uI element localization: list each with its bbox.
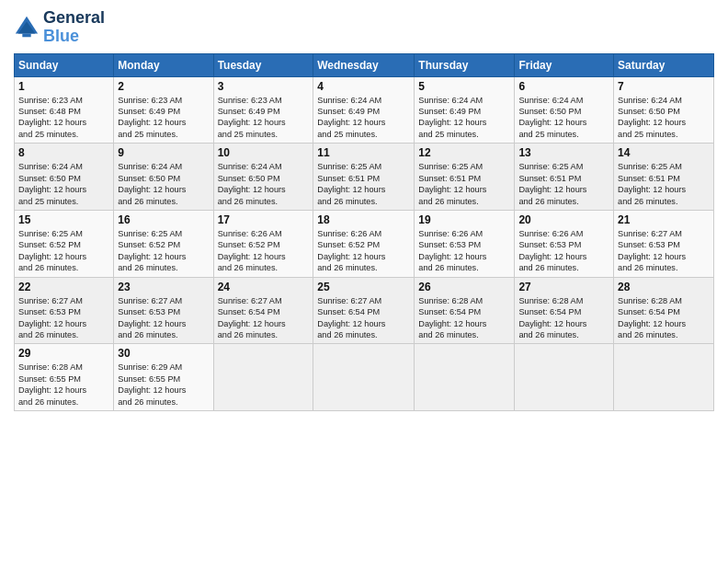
day-info: Sunrise: 6:24 AM Sunset: 6:50 PM Dayligh…: [18, 161, 109, 207]
calendar-cell: 16Sunrise: 6:25 AM Sunset: 6:52 PM Dayli…: [114, 210, 213, 277]
week-row-4: 22Sunrise: 6:27 AM Sunset: 6:53 PM Dayli…: [15, 277, 714, 344]
calendar-cell: [415, 344, 515, 411]
week-row-2: 8Sunrise: 6:24 AM Sunset: 6:50 PM Daylig…: [15, 144, 714, 211]
day-number: 22: [18, 281, 109, 293]
calendar-cell: 12Sunrise: 6:25 AM Sunset: 6:51 PM Dayli…: [415, 144, 515, 211]
day-number: 17: [218, 213, 310, 226]
day-number: 15: [18, 213, 109, 226]
calendar-cell: [313, 344, 415, 411]
day-header-saturday: Saturday: [614, 53, 714, 76]
day-info: Sunrise: 6:25 AM Sunset: 6:51 PM Dayligh…: [618, 161, 710, 207]
calendar-cell: 6Sunrise: 6:24 AM Sunset: 6:50 PM Daylig…: [515, 76, 614, 144]
calendar-cell: [614, 344, 714, 411]
day-header-monday: Monday: [114, 53, 213, 76]
day-header-wednesday: Wednesday: [313, 53, 415, 76]
day-info: Sunrise: 6:23 AM Sunset: 6:48 PM Dayligh…: [18, 95, 109, 141]
day-info: Sunrise: 6:26 AM Sunset: 6:53 PM Dayligh…: [518, 228, 609, 274]
calendar-cell: 3Sunrise: 6:23 AM Sunset: 6:49 PM Daylig…: [213, 76, 313, 144]
day-number: 25: [317, 281, 410, 293]
calendar-cell: 27Sunrise: 6:28 AM Sunset: 6:54 PM Dayli…: [515, 277, 614, 344]
day-number: 13: [518, 146, 609, 159]
day-header-sunday: Sunday: [15, 53, 114, 76]
day-number: 28: [618, 281, 710, 293]
calendar-cell: 14Sunrise: 6:25 AM Sunset: 6:51 PM Dayli…: [614, 144, 714, 211]
week-row-1: 1Sunrise: 6:23 AM Sunset: 6:48 PM Daylig…: [15, 76, 714, 144]
calendar-cell: 5Sunrise: 6:24 AM Sunset: 6:49 PM Daylig…: [415, 76, 515, 144]
week-row-3: 15Sunrise: 6:25 AM Sunset: 6:52 PM Dayli…: [15, 210, 714, 277]
day-info: Sunrise: 6:27 AM Sunset: 6:54 PM Dayligh…: [218, 295, 310, 341]
day-info: Sunrise: 6:26 AM Sunset: 6:53 PM Dayligh…: [418, 228, 510, 274]
logo-text: General Blue: [43, 9, 105, 46]
calendar-cell: 19Sunrise: 6:26 AM Sunset: 6:53 PM Dayli…: [415, 210, 515, 277]
page: General Blue SundayMondayTuesdayWednesda…: [0, 0, 728, 563]
calendar-cell: 23Sunrise: 6:27 AM Sunset: 6:53 PM Dayli…: [114, 277, 213, 344]
day-info: Sunrise: 6:24 AM Sunset: 6:49 PM Dayligh…: [317, 95, 410, 141]
day-info: Sunrise: 6:25 AM Sunset: 6:51 PM Dayligh…: [518, 161, 609, 207]
day-info: Sunrise: 6:24 AM Sunset: 6:50 PM Dayligh…: [118, 161, 209, 207]
calendar-cell: 11Sunrise: 6:25 AM Sunset: 6:51 PM Dayli…: [313, 144, 415, 211]
day-header-friday: Friday: [515, 53, 614, 76]
day-number: 5: [418, 80, 510, 93]
day-number: 21: [618, 213, 710, 226]
day-info: Sunrise: 6:27 AM Sunset: 6:54 PM Dayligh…: [317, 295, 410, 341]
logo: General Blue: [14, 9, 105, 46]
day-number: 7: [618, 80, 710, 93]
day-header-tuesday: Tuesday: [213, 53, 313, 76]
header: General Blue: [14, 9, 714, 46]
calendar-cell: 21Sunrise: 6:27 AM Sunset: 6:53 PM Dayli…: [614, 210, 714, 277]
day-number: 16: [118, 213, 209, 226]
day-info: Sunrise: 6:24 AM Sunset: 6:50 PM Dayligh…: [618, 95, 710, 141]
day-number: 2: [118, 80, 209, 93]
day-number: 19: [418, 213, 510, 226]
calendar-cell: 29Sunrise: 6:28 AM Sunset: 6:55 PM Dayli…: [15, 344, 114, 411]
header-row: SundayMondayTuesdayWednesdayThursdayFrid…: [15, 53, 714, 76]
day-info: Sunrise: 6:25 AM Sunset: 6:51 PM Dayligh…: [418, 161, 510, 207]
calendar-cell: 8Sunrise: 6:24 AM Sunset: 6:50 PM Daylig…: [15, 144, 114, 211]
day-number: 26: [418, 281, 510, 293]
day-number: 8: [18, 146, 109, 159]
calendar-cell: 1Sunrise: 6:23 AM Sunset: 6:48 PM Daylig…: [15, 76, 114, 144]
day-info: Sunrise: 6:27 AM Sunset: 6:53 PM Dayligh…: [118, 295, 209, 341]
day-info: Sunrise: 6:24 AM Sunset: 6:49 PM Dayligh…: [418, 95, 510, 141]
day-info: Sunrise: 6:25 AM Sunset: 6:52 PM Dayligh…: [18, 228, 109, 274]
day-info: Sunrise: 6:25 AM Sunset: 6:52 PM Dayligh…: [118, 228, 209, 274]
calendar-cell: 28Sunrise: 6:28 AM Sunset: 6:54 PM Dayli…: [614, 277, 714, 344]
calendar-cell: 7Sunrise: 6:24 AM Sunset: 6:50 PM Daylig…: [614, 76, 714, 144]
calendar-cell: [515, 344, 614, 411]
calendar-cell: 20Sunrise: 6:26 AM Sunset: 6:53 PM Dayli…: [515, 210, 614, 277]
day-number: 27: [518, 281, 609, 293]
day-number: 12: [418, 146, 510, 159]
calendar-cell: 30Sunrise: 6:29 AM Sunset: 6:55 PM Dayli…: [114, 344, 213, 411]
day-number: 3: [218, 80, 310, 93]
day-number: 10: [218, 146, 310, 159]
svg-rect-2: [22, 33, 30, 37]
calendar-cell: 17Sunrise: 6:26 AM Sunset: 6:52 PM Dayli…: [213, 210, 313, 277]
day-info: Sunrise: 6:25 AM Sunset: 6:51 PM Dayligh…: [317, 161, 410, 207]
day-info: Sunrise: 6:29 AM Sunset: 6:55 PM Dayligh…: [118, 362, 209, 408]
calendar-cell: 15Sunrise: 6:25 AM Sunset: 6:52 PM Dayli…: [15, 210, 114, 277]
day-number: 24: [218, 281, 310, 293]
day-number: 30: [118, 347, 209, 360]
day-number: 9: [118, 146, 209, 159]
day-info: Sunrise: 6:28 AM Sunset: 6:55 PM Dayligh…: [18, 362, 109, 408]
day-info: Sunrise: 6:28 AM Sunset: 6:54 PM Dayligh…: [418, 295, 510, 341]
calendar-cell: 10Sunrise: 6:24 AM Sunset: 6:50 PM Dayli…: [213, 144, 313, 211]
day-number: 18: [317, 213, 410, 226]
calendar-cell: 18Sunrise: 6:26 AM Sunset: 6:52 PM Dayli…: [313, 210, 415, 277]
day-info: Sunrise: 6:28 AM Sunset: 6:54 PM Dayligh…: [518, 295, 609, 341]
day-number: 6: [518, 80, 609, 93]
day-number: 14: [618, 146, 710, 159]
calendar-cell: 9Sunrise: 6:24 AM Sunset: 6:50 PM Daylig…: [114, 144, 213, 211]
day-info: Sunrise: 6:23 AM Sunset: 6:49 PM Dayligh…: [218, 95, 310, 141]
calendar-cell: 2Sunrise: 6:23 AM Sunset: 6:49 PM Daylig…: [114, 76, 213, 144]
calendar-cell: 25Sunrise: 6:27 AM Sunset: 6:54 PM Dayli…: [313, 277, 415, 344]
day-number: 29: [18, 347, 109, 360]
day-info: Sunrise: 6:27 AM Sunset: 6:53 PM Dayligh…: [18, 295, 109, 341]
day-number: 20: [518, 213, 609, 226]
logo-icon: [14, 15, 40, 40]
day-info: Sunrise: 6:26 AM Sunset: 6:52 PM Dayligh…: [317, 228, 410, 274]
day-info: Sunrise: 6:28 AM Sunset: 6:54 PM Dayligh…: [618, 295, 710, 341]
day-info: Sunrise: 6:23 AM Sunset: 6:49 PM Dayligh…: [118, 95, 209, 141]
calendar-body: 1Sunrise: 6:23 AM Sunset: 6:48 PM Daylig…: [15, 76, 714, 410]
day-number: 1: [18, 80, 109, 93]
